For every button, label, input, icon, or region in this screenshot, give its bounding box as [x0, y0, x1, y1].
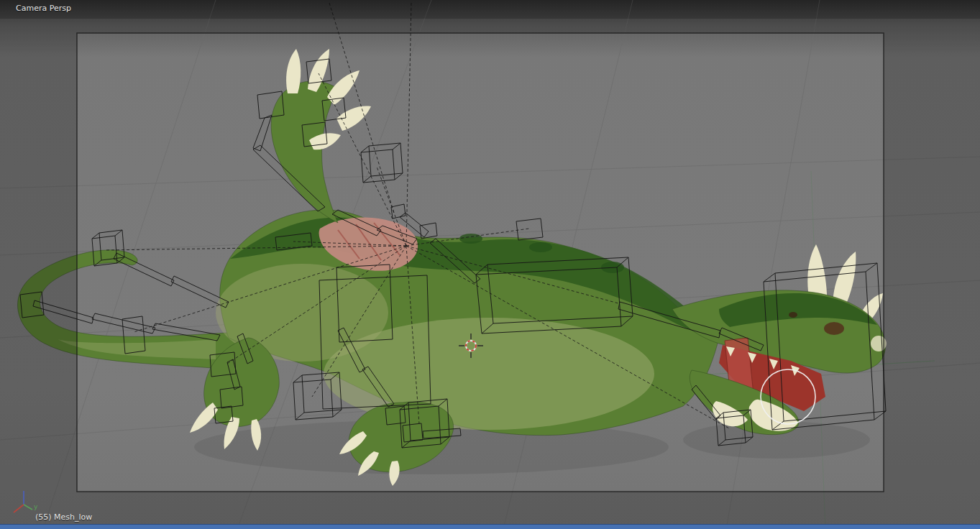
viewport-canvas[interactable]: [0, 0, 980, 529]
timeline-header-bar[interactable]: [0, 524, 980, 529]
dragon-mesh: [18, 49, 887, 486]
blender-3d-viewport[interactable]: Camera Persp (55) Mesh_low y: [0, 0, 980, 529]
